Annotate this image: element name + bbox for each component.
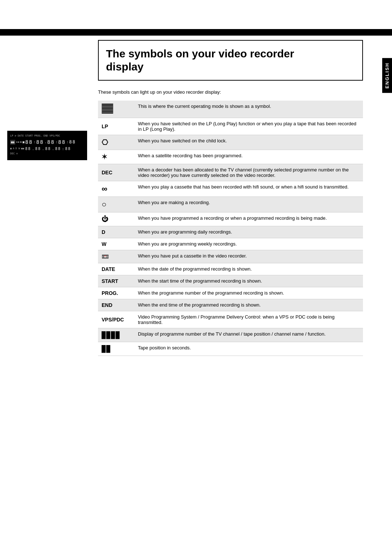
- description-cell-4: When a decoder has been allocated to the…: [134, 164, 363, 181]
- symbol-cell-1: LP: [98, 118, 134, 135]
- description-cell-0: This is where the current operating mode…: [134, 101, 363, 118]
- symbol-cell-11: DATE: [98, 263, 134, 275]
- table-row: WWhen you are programming weekly recordi…: [98, 238, 363, 250]
- description-cell-8: When you are programming daily recording…: [134, 226, 363, 238]
- english-tab: ENGLISH: [382, 58, 392, 93]
- table-row: LPWhen you have switched on the LP (Long…: [98, 118, 363, 135]
- description-cell-12: When the start time of the programmed re…: [134, 275, 363, 287]
- symbol-cell-17: ██: [98, 342, 134, 356]
- page-title-box: The symbols on your video recorder displ…: [98, 40, 363, 81]
- intro-text: These symbols can light up on your video…: [98, 89, 363, 95]
- symbol-cell-10: 📼: [98, 250, 134, 263]
- table-row: ∞When you play a cassette that has been …: [98, 181, 363, 197]
- table-row: ⎔When you have switched on the child loc…: [98, 135, 363, 150]
- symbol-cell-5: ∞: [98, 181, 134, 197]
- table-row: 📼When you have put a cassette in the vid…: [98, 250, 363, 263]
- symbol-cell-8: D: [98, 226, 134, 238]
- description-cell-6: When you are making a recording.: [134, 197, 363, 212]
- table-row: PROG.When the programme number of the pr…: [98, 287, 363, 299]
- table-row: DATEWhen the date of the programmed reco…: [98, 263, 363, 275]
- symbol-cell-13: PROG.: [98, 287, 134, 299]
- symbol-cell-6: ○: [98, 197, 134, 212]
- table-row: VPS/PDCVideo Programming System / Progra…: [98, 311, 363, 328]
- top-bar: [0, 29, 392, 36]
- table-row: ○When you are making a recording.: [98, 197, 363, 212]
- description-cell-7: When you have programmed a recording or …: [134, 212, 363, 226]
- display-diagram: LP ⌀ DATE START PROG. END VPS/PDC ▦▦ ⊶ ∞…: [7, 131, 87, 160]
- description-cell-2: When you have switched on the child lock…: [134, 135, 363, 150]
- page-title: The symbols on your video recorder displ…: [106, 47, 355, 73]
- table-row: ⏻When you have programmed a recording or…: [98, 212, 363, 226]
- description-cell-14: When the end time of the programmed reco…: [134, 299, 363, 311]
- symbol-cell-15: VPS/PDC: [98, 311, 134, 328]
- symbol-cell-14: END: [98, 299, 134, 311]
- symbol-cell-2: ⎔: [98, 135, 134, 150]
- description-cell-15: Video Programming System / Programme Del…: [134, 311, 363, 328]
- table-row: This is where the current operating mode…: [98, 101, 363, 118]
- description-cell-16: Display of programme number of the TV ch…: [134, 328, 363, 342]
- main-content: The symbols on your video recorder displ…: [98, 40, 370, 356]
- symbols-table: This is where the current operating mode…: [98, 101, 363, 356]
- symbol-cell-12: START: [98, 275, 134, 287]
- left-panel: LP ⌀ DATE START PROG. END VPS/PDC ▦▦ ⊶ ∞…: [7, 131, 91, 160]
- description-cell-13: When the programme number of the program…: [134, 287, 363, 299]
- symbol-cell-9: W: [98, 238, 134, 250]
- table-row: ✶When a satellite recording has been pro…: [98, 150, 363, 164]
- description-cell-10: When you have put a cassette in the vide…: [134, 250, 363, 263]
- symbol-cell-7: ⏻: [98, 212, 134, 226]
- description-cell-9: When you are programming weekly recordin…: [134, 238, 363, 250]
- table-row: DWhen you are programming daily recordin…: [98, 226, 363, 238]
- symbol-cell-3: ✶: [98, 150, 134, 164]
- description-cell-3: When a satellite recording has been prog…: [134, 150, 363, 164]
- table-row: ENDWhen the end time of the programmed r…: [98, 299, 363, 311]
- description-cell-1: When you have switched on the LP (Long P…: [134, 118, 363, 135]
- table-row: ████Display of programme number of the T…: [98, 328, 363, 342]
- table-row: ██Tape position in seconds.: [98, 342, 363, 356]
- description-cell-5: When you play a cassette that has been r…: [134, 181, 363, 197]
- symbol-cell-16: ████: [98, 328, 134, 342]
- description-cell-17: Tape position in seconds.: [134, 342, 363, 356]
- symbol-cell-4: DEC: [98, 164, 134, 181]
- table-row: STARTWhen the start time of the programm…: [98, 275, 363, 287]
- symbol-cell-0: [98, 101, 134, 118]
- table-row: DECWhen a decoder has been allocated to …: [98, 164, 363, 181]
- description-cell-11: When the date of the programmed recordin…: [134, 263, 363, 275]
